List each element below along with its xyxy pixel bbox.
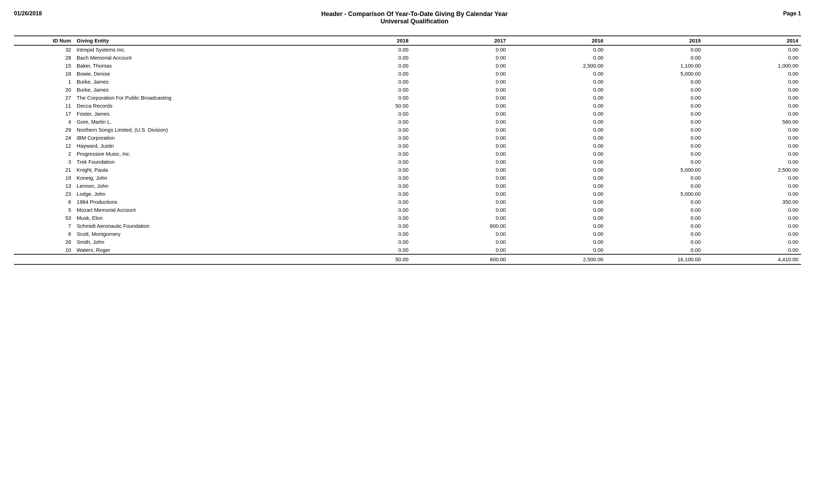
cell-2017: 0.00 xyxy=(411,238,509,246)
total-2015: 16,100.00 xyxy=(606,254,704,264)
cell-2015: 0.00 xyxy=(606,126,704,134)
cell-2015: 0.00 xyxy=(606,158,704,166)
cell-2015: 5,000.00 xyxy=(606,166,704,174)
col-header-2017: 2017 xyxy=(411,36,509,45)
cell-2016: 0.00 xyxy=(509,86,606,94)
cell-2018: 0.00 xyxy=(314,70,412,78)
cell-2016: 0.00 xyxy=(509,222,606,230)
cell-2018: 0.00 xyxy=(314,182,412,190)
cell-2017: 0.00 xyxy=(411,94,509,102)
cell-2016: 0.00 xyxy=(509,94,606,102)
cell-id: 6 xyxy=(14,198,74,206)
cell-entity: Gore, Martin L. xyxy=(74,118,314,126)
cell-2017: 0.00 xyxy=(411,142,509,150)
cell-2014: 0.00 xyxy=(703,174,801,182)
cell-id: 10 xyxy=(14,246,74,254)
cell-id: 1 xyxy=(14,78,74,86)
cell-entity: Hayward, Justin xyxy=(74,142,314,150)
cell-id: 5 xyxy=(14,206,74,214)
cell-2014: 350.00 xyxy=(703,198,801,206)
cell-id: 26 xyxy=(14,238,74,246)
cell-2017: 0.00 xyxy=(411,102,509,110)
cell-entity: Koneig, John xyxy=(74,174,314,182)
cell-2014: 0.00 xyxy=(703,94,801,102)
cell-id: 2 xyxy=(14,150,74,158)
col-header-2015: 2015 xyxy=(606,36,704,45)
cell-2015: 0.00 xyxy=(606,150,704,158)
cell-id: 15 xyxy=(14,62,74,70)
table-body: 32Intrepid Systems Inc.0.000.000.000.000… xyxy=(14,45,801,264)
cell-entity: Progressive Music, Inc. xyxy=(74,150,314,158)
cell-2018: 0.00 xyxy=(314,150,412,158)
cell-2015: 0.00 xyxy=(606,102,704,110)
cell-entity: Knight, Paula xyxy=(74,166,314,174)
cell-2014: 0.00 xyxy=(703,182,801,190)
cell-entity: Burke, James xyxy=(74,86,314,94)
cell-2016: 0.00 xyxy=(509,118,606,126)
cell-id: 18 xyxy=(14,70,74,78)
cell-2016: 0.00 xyxy=(509,214,606,222)
table-row: 18Bowie, Denise0.000.000.005,000.000.00 xyxy=(14,70,801,78)
cell-2016: 0.00 xyxy=(509,230,606,238)
cell-2017: 0.00 xyxy=(411,126,509,134)
report-title-main: Header - Comparison Of Year-To-Date Givi… xyxy=(56,10,773,18)
cell-2015: 0.00 xyxy=(606,230,704,238)
cell-2016: 0.00 xyxy=(509,246,606,254)
cell-entity: Foster, James xyxy=(74,110,314,118)
cell-2014: 0.00 xyxy=(703,142,801,150)
cell-entity: Burke, James xyxy=(74,78,314,86)
cell-2014: 560.00 xyxy=(703,118,801,126)
cell-2016: 0.00 xyxy=(509,70,606,78)
cell-id: 21 xyxy=(14,166,74,174)
col-header-entity: Giving Entity xyxy=(74,36,314,45)
cell-2015: 0.00 xyxy=(606,174,704,182)
cell-2016: 0.00 xyxy=(509,198,606,206)
cell-2015: 0.00 xyxy=(606,86,704,94)
cell-2018: 0.00 xyxy=(314,94,412,102)
cell-2014: 0.00 xyxy=(703,102,801,110)
cell-2014: 0.00 xyxy=(703,222,801,230)
cell-entity: Northern Songs Limited, (U.S. Division) xyxy=(74,126,314,134)
cell-2017: 600.00 xyxy=(411,222,509,230)
cell-2015: 0.00 xyxy=(606,110,704,118)
cell-2016: 0.00 xyxy=(509,102,606,110)
cell-id: 27 xyxy=(14,94,74,102)
cell-2018: 0.00 xyxy=(314,238,412,246)
cell-2016: 0.00 xyxy=(509,166,606,174)
cell-2018: 50.00 xyxy=(314,102,412,110)
cell-entity: Intrepid Systems Inc. xyxy=(74,45,314,54)
cell-id: 17 xyxy=(14,110,74,118)
cell-2015: 0.00 xyxy=(606,45,704,54)
cell-2014: 0.00 xyxy=(703,126,801,134)
table-row: 7Schmidt Aeronautic Foundation0.00600.00… xyxy=(14,222,801,230)
cell-2017: 0.00 xyxy=(411,86,509,94)
cell-2016: 0.00 xyxy=(509,174,606,182)
cell-2017: 0.00 xyxy=(411,118,509,126)
table-row: 4Gore, Martin L.0.000.000.000.00560.00 xyxy=(14,118,801,126)
table-row: 53Musk, Elon0.000.000.000.000.00 xyxy=(14,214,801,222)
report-title: Header - Comparison Of Year-To-Date Givi… xyxy=(56,10,773,25)
col-header-2014: 2014 xyxy=(703,36,801,45)
cell-2014: 1,000.00 xyxy=(703,62,801,70)
cell-2017: 0.00 xyxy=(411,134,509,142)
cell-id: 8 xyxy=(14,230,74,238)
cell-2017: 0.00 xyxy=(411,166,509,174)
cell-2015: 5,000.00 xyxy=(606,190,704,198)
table-row: 24IBM Corporation0.000.000.000.000.00 xyxy=(14,134,801,142)
cell-entity: Schmidt Aeronautic Foundation xyxy=(74,222,314,230)
cell-id: 24 xyxy=(14,134,74,142)
cell-2014: 0.00 xyxy=(703,78,801,86)
cell-id: 11 xyxy=(14,102,74,110)
cell-2016: 0.00 xyxy=(509,134,606,142)
cell-2014: 0.00 xyxy=(703,134,801,142)
cell-entity: IBM Corporation xyxy=(74,134,314,142)
cell-2018: 0.00 xyxy=(314,166,412,174)
cell-2018: 0.00 xyxy=(314,222,412,230)
cell-2017: 0.00 xyxy=(411,70,509,78)
totals-row: 50.00600.002,500.0016,100.004,410.00 xyxy=(14,254,801,264)
col-header-2018: 2018 xyxy=(314,36,412,45)
cell-2015: 0.00 xyxy=(606,214,704,222)
table-row: 3Trek Foundation0.000.000.000.000.00 xyxy=(14,158,801,166)
col-header-2016: 2016 xyxy=(509,36,606,45)
cell-2016: 0.00 xyxy=(509,54,606,62)
